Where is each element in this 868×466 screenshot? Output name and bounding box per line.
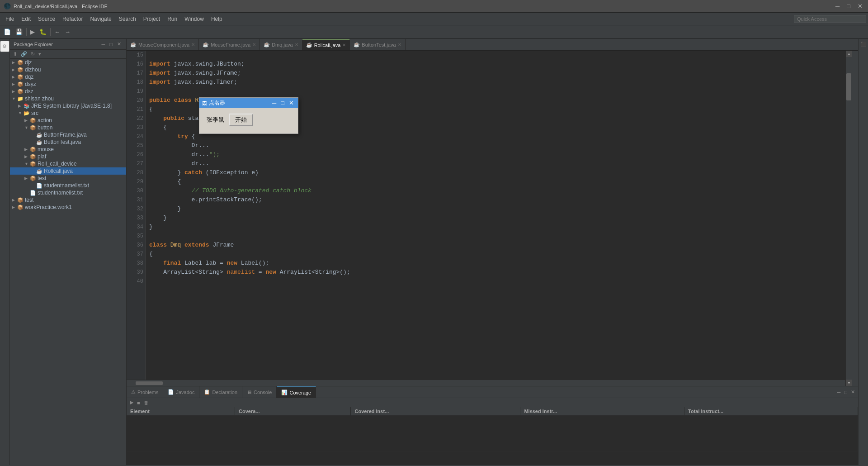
menu-edit[interactable]: Edit: [18, 14, 34, 24]
coverage-stop-button[interactable]: ■: [136, 399, 142, 406]
tree-item[interactable]: ☕Rollcall.java: [10, 167, 126, 175]
menu-file[interactable]: File: [2, 14, 18, 24]
scroll-down-button[interactable]: ▼: [846, 380, 852, 386]
tab-close-button[interactable]: ✕: [342, 43, 346, 48]
horizontal-scrollbar[interactable]: [127, 380, 845, 386]
right-margin: [852, 51, 858, 386]
perspective-button[interactable]: ⚙: [0, 41, 9, 52]
minimize-button[interactable]: ─: [834, 2, 841, 10]
bottom-tab[interactable]: 📄Javadoc: [163, 386, 199, 398]
tab-close-button[interactable]: ✕: [191, 42, 195, 47]
tree-item[interactable]: ☕ButtonTest.java: [10, 138, 126, 146]
dialog-close-button[interactable]: ✕: [288, 100, 295, 106]
coverage-clear-button[interactable]: 🗑: [142, 399, 150, 406]
tree-item[interactable]: ▶📦plaf: [10, 153, 126, 160]
tree-item[interactable]: ▶📦dqz: [10, 73, 126, 81]
tree-item[interactable]: ▶📦dlzhou: [10, 66, 126, 73]
tree-item[interactable]: ▶📚JRE System Library [JavaSE-1.8]: [10, 102, 126, 109]
menu-navigate[interactable]: Navigate: [86, 14, 115, 24]
menu-refactor[interactable]: Refactor: [59, 14, 86, 24]
editor-tab[interactable]: ☕ButtonTest.java✕: [350, 39, 405, 50]
tree-item[interactable]: ▶📦action: [10, 117, 126, 124]
quick-access-input[interactable]: [794, 15, 866, 23]
editor-tab[interactable]: ☕Rollcall.java✕: [302, 39, 350, 50]
close-button[interactable]: ✕: [856, 2, 864, 10]
scroll-up-button[interactable]: ▲: [846, 51, 852, 57]
dialog-start-button[interactable]: 开始: [229, 114, 253, 126]
tree-item[interactable]: ▼📦button: [10, 124, 126, 131]
tree-item[interactable]: ▼📦Roll_call_device: [10, 160, 126, 167]
tree-item[interactable]: ☕ButtonFrame.java: [10, 131, 126, 138]
bottom-tab[interactable]: ⚠Problems: [127, 386, 163, 398]
editor-tab[interactable]: ☕Dmq.java✕: [260, 39, 302, 50]
pe-close-button[interactable]: ✕: [116, 41, 123, 48]
code-line: import javax.swing.JButton;: [149, 60, 842, 69]
editor-tab[interactable]: ☕MouseComponent.java✕: [127, 39, 199, 50]
scroll-track[interactable]: [846, 57, 852, 380]
save-button[interactable]: 💾: [14, 28, 24, 36]
coverage-header: ElementCovera...Covered Inst...Missed In…: [127, 407, 858, 416]
dialog-minimize-button[interactable]: ─: [271, 100, 278, 106]
tab-label: Dmq.java: [272, 42, 292, 48]
maximize-button[interactable]: □: [845, 2, 852, 10]
bottom-tab-icon: 📄: [168, 389, 174, 395]
pe-link-button[interactable]: 🔗: [19, 51, 28, 57]
bottom-close-button[interactable]: ✕: [849, 389, 856, 395]
tree-item[interactable]: ▶📦test: [10, 175, 126, 182]
dialog-window[interactable]: 🖼 点名器 ─ □ ✕ 张季鼠 开始: [199, 97, 298, 134]
package-explorer-title: Package Explorer: [14, 42, 53, 47]
tree-item[interactable]: ▶📦test: [10, 196, 126, 204]
line-number: 18: [128, 78, 143, 87]
pe-collapse-button[interactable]: ⬆: [12, 51, 19, 57]
new-file-button[interactable]: 📄: [2, 28, 13, 36]
menu-source[interactable]: Source: [34, 14, 59, 24]
tree-item[interactable]: ▶📦workPractice.work1: [10, 204, 126, 211]
bottom-tab[interactable]: 🖥Console: [242, 386, 277, 398]
run-button[interactable]: ▶: [28, 28, 37, 36]
tree-item[interactable]: ▶📦mouse: [10, 146, 126, 153]
line-number: 35: [128, 232, 143, 241]
scroll-thumb[interactable]: [846, 73, 851, 100]
vertical-scrollbar[interactable]: ▲ ▼: [845, 51, 852, 386]
tree-item[interactable]: ▶📦djz: [10, 59, 126, 66]
bottom-maximize-button[interactable]: □: [843, 389, 849, 395]
tree-item[interactable]: 📄studentnamelist.txt: [10, 182, 126, 189]
code-line: class Dmq extends JFrame: [149, 241, 842, 250]
menu-project[interactable]: Project: [140, 14, 164, 24]
pe-sync-button[interactable]: ↻: [29, 51, 36, 57]
line-number: 33: [128, 214, 143, 223]
tab-label: MouseComponent.java: [138, 42, 189, 48]
dialog-restore-button[interactable]: □: [279, 100, 286, 106]
main-layout: ⚙ Package Explorer ─ □ ✕ ⬆ 🔗 ↻ ▾ ▶📦djz▶📦…: [0, 39, 868, 465]
tree-item[interactable]: ▶📦dsz: [10, 88, 126, 95]
debug-button[interactable]: 🐛: [38, 28, 48, 36]
code-line: [149, 87, 842, 96]
bottom-panel: ⚠Problems📄Javadoc📋Declaration🖥Console📊Co…: [127, 386, 858, 465]
menu-window[interactable]: Window: [181, 14, 208, 24]
editor-tab[interactable]: ☕MouseFrame.java✕: [199, 39, 260, 50]
pe-maximize-button[interactable]: □: [108, 41, 114, 48]
tree-item[interactable]: ▶📦dsyz: [10, 81, 126, 88]
menu-help[interactable]: Help: [208, 14, 226, 24]
tab-close-button[interactable]: ✕: [252, 42, 256, 47]
coverage-run-button[interactable]: ▶: [128, 399, 135, 406]
pe-minimize-button[interactable]: ─: [100, 41, 107, 48]
tree-item[interactable]: ▼📁shisan zhou: [10, 95, 126, 102]
bottom-tab[interactable]: 📋Declaration: [199, 386, 242, 398]
bottom-minimize-button[interactable]: ─: [836, 389, 842, 395]
menu-run[interactable]: Run: [164, 14, 181, 24]
menu-search[interactable]: Search: [115, 14, 140, 24]
tab-close-button[interactable]: ✕: [398, 42, 401, 47]
tree-item[interactable]: ▼📂src: [10, 109, 126, 117]
tab-close-button[interactable]: ✕: [295, 42, 298, 47]
back-button[interactable]: ←: [52, 28, 62, 36]
line-number: 25: [128, 141, 143, 150]
line-number: 24: [128, 132, 143, 141]
eclipse-icon: 🌑: [4, 3, 11, 10]
tree-item[interactable]: 📄studentnamelist.txt: [10, 189, 126, 196]
forward-button[interactable]: →: [63, 28, 72, 36]
sidebar-palette-button[interactable]: ⬛: [859, 41, 867, 47]
pe-menu-button[interactable]: ▾: [37, 51, 42, 57]
bottom-tab[interactable]: 📊Coverage: [277, 386, 316, 398]
line-number: 37: [128, 250, 143, 259]
